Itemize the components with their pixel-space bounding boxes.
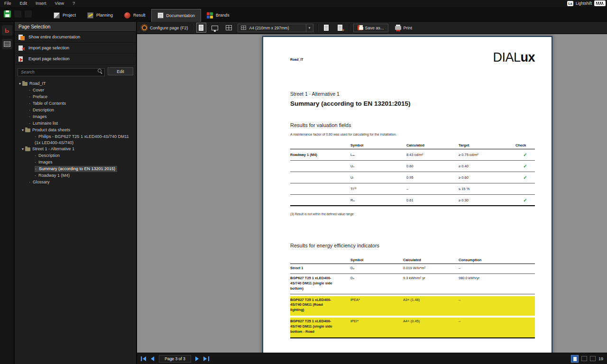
menu-edit[interactable]: Edit [16,1,32,6]
tab-brands[interactable]: Brands [201,9,235,22]
save-button[interactable] [4,10,11,18]
show-entire-documentation-button[interactable]: Show entire documentation [15,32,136,43]
cell-calculated: A3+ (1.48) [403,298,459,302]
brands-icon [207,12,213,18]
tab-project-label: Project [63,13,76,18]
print-button[interactable]: Print [395,26,413,30]
tree-item-street-images[interactable]: Images [15,159,136,166]
table-row: Uₒ 0.60 ≥ 0.40 ✓ [290,161,535,172]
check-icon: ✓ [515,198,537,203]
cell-consumption: – [459,319,537,323]
tab-result[interactable]: Result [119,9,151,22]
chevron-down-icon[interactable] [306,24,313,32]
tree-item-product-data-sheets[interactable]: Product data sheets [15,127,136,134]
cell-symbol: Lₐᵥ [350,153,406,157]
tree-item-glossary[interactable]: Glossary [15,179,136,186]
document-viewport[interactable]: Road_IT DIALux Street 1 · Alternative 1 … [137,34,607,353]
gear-icon [142,25,147,30]
documentation-tool-button[interactable]: Ь [2,25,12,36]
single-page-view-button[interactable] [571,355,579,363]
tree-item-label: Images [35,159,53,165]
page-selection-panel: Page Selection Show entire documentation… [15,22,137,364]
project-icon [54,12,60,18]
tab-planning[interactable]: Planning [82,9,119,22]
menu-view[interactable]: View [51,1,68,6]
menu-file[interactable]: File [0,1,16,6]
table-view-button[interactable] [224,23,234,33]
tree-item-street-description[interactable]: Description [15,153,136,159]
tree-item-road-it[interactable]: Road_IT [15,81,136,87]
tree-item-cover[interactable]: Cover [15,87,136,94]
tree-item-philips-bgp627[interactable]: Philips - BGP627 T25 1 xLED400-4S/740 DM… [15,134,136,146]
undo-icon[interactable] [14,10,21,18]
fit-width-icon[interactable] [590,356,596,361]
tree-item-label: Road_IT [29,81,46,87]
col-symbol: Symbol [350,143,406,147]
valuation-section: Results for valuation fields A maintenan… [290,122,535,216]
export-icon [18,56,25,62]
cell-row-label: BGP627 T25 1 xLED400-4S/740 DM11 (single… [290,319,338,335]
next-page-button[interactable] [194,356,200,361]
action-label: Show entire documentation [28,35,80,39]
cell-symbol: Dₑ [350,276,403,280]
search-input[interactable] [18,68,105,76]
tree-item-images[interactable]: Images [15,114,136,120]
import-page-selection-button[interactable]: Import page selection [15,43,136,54]
expand-arrow-icon[interactable] [22,146,25,152]
edit-button[interactable]: Edit [108,67,133,75]
new-page-button[interactable] [322,23,331,33]
expand-arrow-icon[interactable] [22,127,25,133]
document-toolbar: Configure page (F2) A4 (210mm x 297mm) [137,22,607,34]
tree-item-label: Street 1 - Alternative 1 [32,146,74,152]
save-as-button[interactable]: Save as... [353,24,388,32]
document-nav-bar: Page 3 of 3 19 [137,353,607,364]
cell-consumption: – [459,266,537,270]
previous-page-button[interactable] [150,356,156,361]
tree-item-table-of-contents[interactable]: Table of Contents [15,100,136,107]
col-consumption: Consumption [459,258,537,262]
page-view-button[interactable] [196,23,206,33]
first-page-button[interactable] [141,356,147,361]
cell-symbol: IPEA* [350,298,403,302]
configure-page-label: Configure page (F2) [150,26,188,30]
tree-item-preface[interactable]: Preface [15,94,136,100]
tree-item-label: Table of Contents [29,100,66,107]
menu-help[interactable]: ? [68,1,79,6]
table-row: TI⁽³⁾ – ≤ 15 % [290,183,535,195]
add-page-button[interactable] [335,23,345,33]
zoom-controls: 19 [571,355,603,363]
lightshift-icon: Ls [567,1,573,6]
page-selection-title: Page Selection [18,24,50,29]
project-name: Road_IT [290,58,304,61]
tree-item-roadway-1-m4[interactable]: Roadway 1 (M4) [15,173,136,179]
tree-item-summary[interactable]: Summary (according to EN 13201:2015) [15,166,136,173]
tree-item-street-1-alternative-1[interactable]: Street 1 - Alternative 1 [15,146,136,153]
export-page-selection-button[interactable]: Export page selection [15,54,136,64]
configure-page-button[interactable]: Configure page (F2) [142,25,188,30]
fit-page-icon[interactable] [581,356,587,361]
main-toolbar: Project Planning Result Documentation Br… [0,7,607,22]
page-indicator: Page 3 of 3 [159,355,191,363]
cell-symbol: TI⁽³⁾ [350,187,406,191]
dialux-logo: DIALux [493,51,535,64]
tree-item-luminaire-list[interactable]: Luminaire list [15,120,136,127]
page-list-button[interactable] [2,39,12,49]
user-badge[interactable] [594,0,606,6]
dialux-window: File Edit Insert View ? Ls Lightshift Pr… [0,0,607,364]
paper-format-select[interactable]: A4 (210mm x 297mm) [238,24,313,32]
check-icon: ✓ [515,175,537,180]
save-as-label: Save as... [365,26,384,30]
menu-insert[interactable]: Insert [31,1,51,6]
screen-view-button[interactable] [210,23,220,33]
page-selection-header: Page Selection [15,22,136,32]
expand-arrow-icon[interactable] [19,81,22,87]
redo-icon[interactable] [25,10,32,18]
table-row-highlighted: BGP627 T25 1 xLED400-4S/740 DM11 (Road l… [290,296,535,316]
table-header-row: Symbol Calculated Consumption [290,256,535,264]
col-calculated: Calculated [403,258,459,262]
tree-item-description[interactable]: Description [15,107,136,114]
last-page-button[interactable] [203,356,209,361]
tab-documentation[interactable]: Documentation [151,9,202,22]
tab-project[interactable]: Project [48,9,82,22]
screen-view-icon [212,26,218,30]
